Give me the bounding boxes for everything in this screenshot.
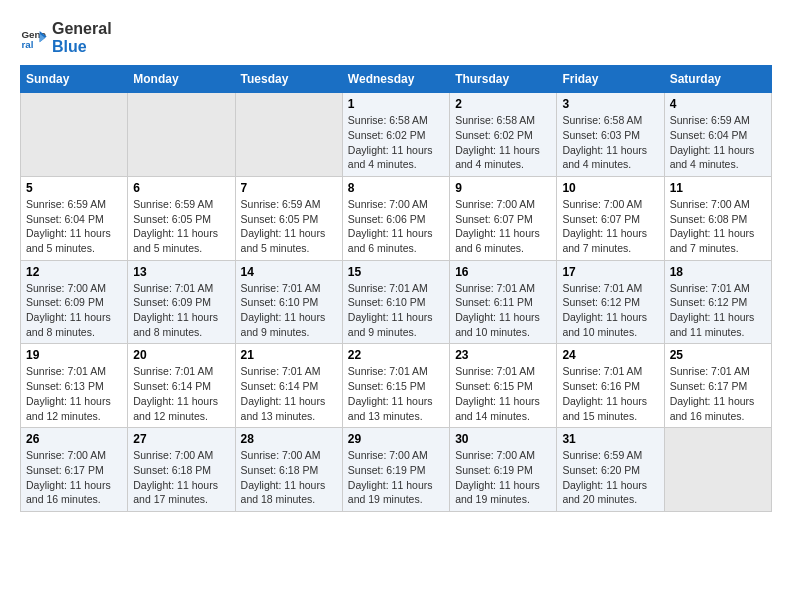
day-number: 12 [26,265,122,279]
column-header-thursday: Thursday [450,66,557,93]
day-info: Sunrise: 7:00 AM Sunset: 6:18 PM Dayligh… [133,448,229,507]
calendar-cell [235,93,342,177]
day-info: Sunrise: 6:58 AM Sunset: 6:02 PM Dayligh… [348,113,444,172]
day-number: 9 [455,181,551,195]
day-info: Sunrise: 7:00 AM Sunset: 6:09 PM Dayligh… [26,281,122,340]
day-info: Sunrise: 6:58 AM Sunset: 6:02 PM Dayligh… [455,113,551,172]
day-info: Sunrise: 6:59 AM Sunset: 6:20 PM Dayligh… [562,448,658,507]
day-number: 17 [562,265,658,279]
column-header-saturday: Saturday [664,66,771,93]
calendar-week-row: 19Sunrise: 7:01 AM Sunset: 6:13 PM Dayli… [21,344,772,428]
day-info: Sunrise: 7:00 AM Sunset: 6:19 PM Dayligh… [348,448,444,507]
day-info: Sunrise: 7:01 AM Sunset: 6:10 PM Dayligh… [348,281,444,340]
logo-icon: Gene ral [20,24,48,52]
day-number: 5 [26,181,122,195]
page-header: Gene ral General Blue [20,20,772,55]
day-number: 29 [348,432,444,446]
day-info: Sunrise: 7:01 AM Sunset: 6:14 PM Dayligh… [133,364,229,423]
calendar-cell: 19Sunrise: 7:01 AM Sunset: 6:13 PM Dayli… [21,344,128,428]
day-number: 31 [562,432,658,446]
calendar-cell: 16Sunrise: 7:01 AM Sunset: 6:11 PM Dayli… [450,260,557,344]
calendar-cell: 10Sunrise: 7:00 AM Sunset: 6:07 PM Dayli… [557,176,664,260]
day-number: 18 [670,265,766,279]
calendar-cell: 25Sunrise: 7:01 AM Sunset: 6:17 PM Dayli… [664,344,771,428]
calendar-cell: 6Sunrise: 6:59 AM Sunset: 6:05 PM Daylig… [128,176,235,260]
day-number: 20 [133,348,229,362]
calendar-cell: 9Sunrise: 7:00 AM Sunset: 6:07 PM Daylig… [450,176,557,260]
day-info: Sunrise: 6:59 AM Sunset: 6:04 PM Dayligh… [26,197,122,256]
day-number: 21 [241,348,337,362]
calendar-week-row: 12Sunrise: 7:00 AM Sunset: 6:09 PM Dayli… [21,260,772,344]
day-number: 11 [670,181,766,195]
day-info: Sunrise: 7:00 AM Sunset: 6:06 PM Dayligh… [348,197,444,256]
day-info: Sunrise: 6:59 AM Sunset: 6:04 PM Dayligh… [670,113,766,172]
calendar-cell: 5Sunrise: 6:59 AM Sunset: 6:04 PM Daylig… [21,176,128,260]
day-info: Sunrise: 7:01 AM Sunset: 6:16 PM Dayligh… [562,364,658,423]
calendar-cell: 21Sunrise: 7:01 AM Sunset: 6:14 PM Dayli… [235,344,342,428]
calendar-cell: 28Sunrise: 7:00 AM Sunset: 6:18 PM Dayli… [235,428,342,512]
day-info: Sunrise: 7:01 AM Sunset: 6:15 PM Dayligh… [348,364,444,423]
calendar-cell: 15Sunrise: 7:01 AM Sunset: 6:10 PM Dayli… [342,260,449,344]
calendar-cell: 26Sunrise: 7:00 AM Sunset: 6:17 PM Dayli… [21,428,128,512]
day-info: Sunrise: 7:01 AM Sunset: 6:15 PM Dayligh… [455,364,551,423]
day-number: 24 [562,348,658,362]
calendar-cell: 30Sunrise: 7:00 AM Sunset: 6:19 PM Dayli… [450,428,557,512]
day-info: Sunrise: 7:00 AM Sunset: 6:08 PM Dayligh… [670,197,766,256]
day-number: 27 [133,432,229,446]
calendar-cell: 14Sunrise: 7:01 AM Sunset: 6:10 PM Dayli… [235,260,342,344]
calendar-cell [21,93,128,177]
day-number: 14 [241,265,337,279]
column-header-tuesday: Tuesday [235,66,342,93]
day-number: 3 [562,97,658,111]
calendar-cell: 4Sunrise: 6:59 AM Sunset: 6:04 PM Daylig… [664,93,771,177]
calendar-week-row: 1Sunrise: 6:58 AM Sunset: 6:02 PM Daylig… [21,93,772,177]
column-header-monday: Monday [128,66,235,93]
column-header-wednesday: Wednesday [342,66,449,93]
day-number: 10 [562,181,658,195]
logo-text-line2: Blue [52,38,112,56]
day-number: 7 [241,181,337,195]
day-info: Sunrise: 7:00 AM Sunset: 6:18 PM Dayligh… [241,448,337,507]
day-info: Sunrise: 6:59 AM Sunset: 6:05 PM Dayligh… [133,197,229,256]
day-number: 6 [133,181,229,195]
day-number: 19 [26,348,122,362]
svg-text:ral: ral [21,38,33,49]
day-info: Sunrise: 7:01 AM Sunset: 6:13 PM Dayligh… [26,364,122,423]
calendar-cell: 24Sunrise: 7:01 AM Sunset: 6:16 PM Dayli… [557,344,664,428]
calendar-header-row: SundayMondayTuesdayWednesdayThursdayFrid… [21,66,772,93]
calendar-cell: 20Sunrise: 7:01 AM Sunset: 6:14 PM Dayli… [128,344,235,428]
column-header-friday: Friday [557,66,664,93]
calendar-cell: 29Sunrise: 7:00 AM Sunset: 6:19 PM Dayli… [342,428,449,512]
calendar-cell: 23Sunrise: 7:01 AM Sunset: 6:15 PM Dayli… [450,344,557,428]
calendar-week-row: 26Sunrise: 7:00 AM Sunset: 6:17 PM Dayli… [21,428,772,512]
calendar-table: SundayMondayTuesdayWednesdayThursdayFrid… [20,65,772,512]
day-info: Sunrise: 7:01 AM Sunset: 6:17 PM Dayligh… [670,364,766,423]
calendar-cell: 2Sunrise: 6:58 AM Sunset: 6:02 PM Daylig… [450,93,557,177]
calendar-cell: 12Sunrise: 7:00 AM Sunset: 6:09 PM Dayli… [21,260,128,344]
day-info: Sunrise: 7:00 AM Sunset: 6:07 PM Dayligh… [562,197,658,256]
calendar-week-row: 5Sunrise: 6:59 AM Sunset: 6:04 PM Daylig… [21,176,772,260]
day-info: Sunrise: 7:01 AM Sunset: 6:10 PM Dayligh… [241,281,337,340]
day-info: Sunrise: 7:00 AM Sunset: 6:19 PM Dayligh… [455,448,551,507]
day-info: Sunrise: 7:01 AM Sunset: 6:11 PM Dayligh… [455,281,551,340]
calendar-cell: 8Sunrise: 7:00 AM Sunset: 6:06 PM Daylig… [342,176,449,260]
calendar-cell: 22Sunrise: 7:01 AM Sunset: 6:15 PM Dayli… [342,344,449,428]
calendar-cell: 31Sunrise: 6:59 AM Sunset: 6:20 PM Dayli… [557,428,664,512]
day-number: 8 [348,181,444,195]
day-number: 2 [455,97,551,111]
day-info: Sunrise: 6:58 AM Sunset: 6:03 PM Dayligh… [562,113,658,172]
calendar-cell: 27Sunrise: 7:00 AM Sunset: 6:18 PM Dayli… [128,428,235,512]
day-info: Sunrise: 7:01 AM Sunset: 6:12 PM Dayligh… [562,281,658,340]
calendar-cell [664,428,771,512]
logo-text-line1: General [52,20,112,38]
day-info: Sunrise: 7:01 AM Sunset: 6:12 PM Dayligh… [670,281,766,340]
day-info: Sunrise: 7:01 AM Sunset: 6:14 PM Dayligh… [241,364,337,423]
day-number: 1 [348,97,444,111]
calendar-cell: 18Sunrise: 7:01 AM Sunset: 6:12 PM Dayli… [664,260,771,344]
calendar-cell [128,93,235,177]
day-number: 26 [26,432,122,446]
day-number: 22 [348,348,444,362]
day-number: 23 [455,348,551,362]
calendar-cell: 3Sunrise: 6:58 AM Sunset: 6:03 PM Daylig… [557,93,664,177]
day-info: Sunrise: 7:01 AM Sunset: 6:09 PM Dayligh… [133,281,229,340]
